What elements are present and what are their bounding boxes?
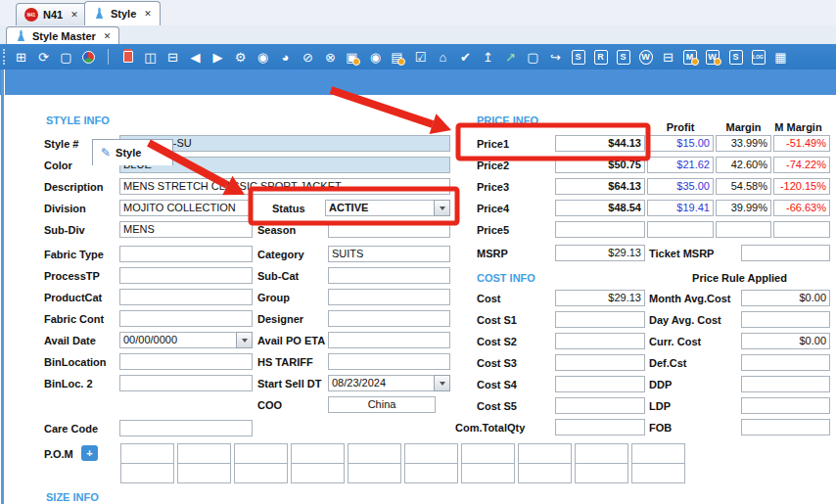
avail-date-combo[interactable]: 00/00/0000 — [119, 332, 253, 348]
cost-input[interactable] — [555, 354, 645, 371]
care-code-label: Care Code — [44, 423, 98, 435]
cost-right-input[interactable] — [741, 354, 830, 371]
pom-cell[interactable] — [348, 443, 401, 464]
cost-right-label: DDP — [649, 379, 672, 391]
price-row-label: Price4 — [477, 203, 509, 215]
fabric-type-field[interactable] — [119, 246, 253, 262]
pom-cell[interactable] — [404, 443, 458, 464]
margin-value — [716, 221, 771, 238]
group-field[interactable] — [328, 289, 450, 305]
cost-right-input[interactable] — [741, 376, 830, 392]
start-sell-combo[interactable]: 08/23/2024 — [328, 375, 450, 391]
subcat-field[interactable] — [328, 267, 450, 284]
binloc2-field[interactable] — [119, 375, 253, 391]
subdiv-label: Sub-Div — [44, 224, 85, 237]
productcat-field[interactable] — [119, 289, 253, 305]
pom-cell[interactable] — [461, 463, 515, 483]
cost-right-input[interactable] — [741, 419, 830, 435]
pom-cell[interactable] — [177, 463, 231, 483]
ticket-msrp-field[interactable] — [741, 245, 830, 261]
description-field[interactable]: MENS STRETCH CLASSIC SPORT JACKET — [119, 178, 450, 195]
pom-cell[interactable] — [461, 443, 515, 464]
cost-input[interactable] — [555, 311, 645, 328]
avail-date-chevron-down-icon[interactable] — [236, 332, 253, 348]
division-field[interactable]: MOJITO COLLECTION — [119, 200, 253, 216]
cost-row-label: Cost S2 — [477, 336, 517, 348]
fabric-cont-field[interactable] — [119, 310, 253, 327]
division-label: Division — [44, 203, 86, 215]
price-input[interactable] — [555, 221, 645, 238]
designer-field[interactable] — [328, 310, 450, 327]
season-field[interactable] — [328, 221, 450, 238]
cost-row-label: Cost S4 — [477, 379, 517, 391]
pom-cell[interactable] — [234, 463, 288, 483]
cost-input[interactable] — [555, 376, 645, 392]
cost-right-label: Day Avg. Cost — [649, 314, 721, 327]
pom-cell[interactable] — [177, 443, 231, 464]
profit-value: $15.00 — [647, 135, 714, 152]
cost-input[interactable] — [555, 397, 645, 414]
pom-cell[interactable] — [575, 463, 628, 483]
designer-label: Designer — [257, 313, 303, 326]
style-no-label: Style # — [44, 138, 78, 151]
pom-cell[interactable] — [518, 463, 572, 483]
tab-style[interactable]: ✎ Style — [92, 139, 173, 165]
processtp-label: ProcessTP — [44, 270, 100, 283]
cost-right-label: Curr. Cost — [649, 336, 701, 348]
binlocation-field[interactable] — [119, 353, 253, 370]
cost-right-input[interactable] — [741, 397, 830, 414]
cost-input[interactable] — [555, 419, 645, 435]
fabric-type-label: Fabric Type — [44, 249, 104, 261]
cost-right-input[interactable]: $0.00 — [741, 333, 830, 349]
coo-field[interactable]: China — [328, 396, 436, 413]
profit-value: $21.62 — [647, 157, 714, 173]
status-combo[interactable]: ACTIVE — [325, 200, 450, 216]
avail-date-label: Avail Date — [44, 335, 96, 347]
ticket-msrp-label: Ticket MSRP — [649, 248, 714, 260]
season-label: Season — [257, 224, 296, 237]
pom-label: P.O.M — [44, 448, 73, 461]
tab-label: Style — [116, 147, 141, 159]
pom-cell[interactable] — [631, 443, 685, 464]
coo-label: COO — [257, 399, 282, 412]
subdiv-field[interactable]: MENS — [119, 221, 253, 238]
processtp-field[interactable] — [119, 267, 253, 284]
pom-cell[interactable] — [120, 463, 174, 483]
pom-cell[interactable] — [575, 443, 628, 464]
care-code-field[interactable] — [119, 420, 253, 436]
hs-tariff-field[interactable] — [328, 353, 450, 370]
pom-cell[interactable] — [518, 443, 572, 464]
cost-row-label: Cost S3 — [477, 357, 517, 370]
pom-cell[interactable] — [120, 443, 174, 464]
pom-cell[interactable] — [404, 463, 458, 483]
status-chevron-down-icon[interactable] — [434, 200, 450, 216]
pom-open-icon[interactable]: + — [81, 445, 98, 461]
msrp-field[interactable]: $29.13 — [555, 245, 645, 261]
fabric-cont-label: Fabric Cont — [44, 313, 104, 326]
cost-right-label: Month Avg.Cost — [649, 293, 731, 305]
pom-cell[interactable] — [291, 443, 345, 464]
m-margin-value: -74.22% — [773, 157, 830, 173]
pom-cell[interactable] — [234, 443, 288, 464]
price-input[interactable]: $48.54 — [555, 200, 645, 216]
pom-cell[interactable] — [348, 463, 401, 483]
cost-row-label: Cost — [477, 293, 500, 305]
cost-row-label: Cost S1 — [477, 314, 517, 327]
pom-cell[interactable] — [631, 463, 685, 483]
cost-right-input[interactable]: $0.00 — [741, 290, 830, 306]
margin-value: 54.58% — [716, 178, 771, 195]
price-input[interactable]: $44.13 — [555, 135, 645, 152]
cost-input[interactable] — [555, 333, 645, 349]
msrp-label: MSRP — [477, 248, 508, 260]
cost-input[interactable]: $29.13 — [555, 290, 645, 306]
cost-right-input[interactable] — [741, 311, 830, 328]
pom-cell[interactable] — [291, 463, 345, 483]
price-input[interactable]: $50.75 — [555, 157, 645, 173]
price-rule-applied-label: Price Rule Applied — [649, 272, 830, 284]
avail-po-eta-field[interactable] — [328, 332, 450, 348]
category-field[interactable]: SUITS — [328, 246, 450, 262]
avail-po-eta-label: Avail PO ETA — [257, 335, 325, 347]
price-input[interactable]: $64.13 — [555, 178, 645, 195]
start-sell-chevron-down-icon[interactable] — [434, 375, 450, 391]
group-label: Group — [257, 292, 290, 304]
